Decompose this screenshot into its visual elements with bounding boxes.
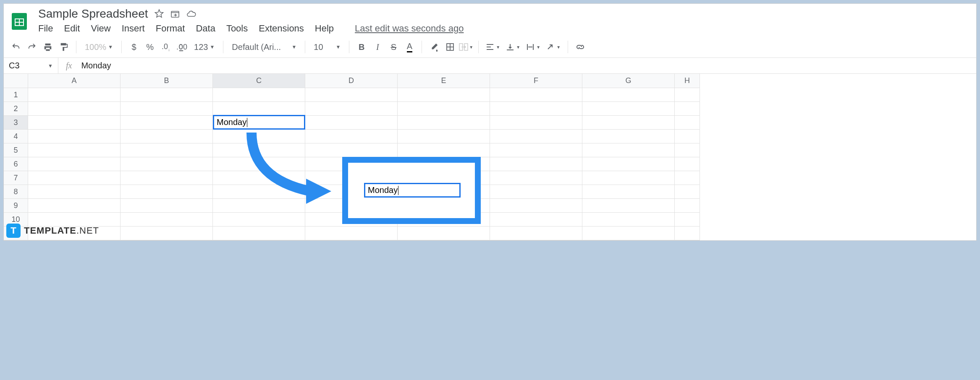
cell-d1[interactable] <box>305 88 398 102</box>
cell-c5[interactable] <box>213 143 305 157</box>
formula-input[interactable]: Monday <box>79 61 111 70</box>
col-header-e[interactable]: E <box>398 74 490 88</box>
zoom-dropdown[interactable]: 100%▼ <box>81 42 116 52</box>
cell-c7[interactable] <box>213 171 305 185</box>
italic-button[interactable]: I <box>370 40 385 54</box>
cell-e1[interactable] <box>398 88 490 102</box>
cell-h1[interactable] <box>675 88 700 102</box>
col-header-b[interactable]: B <box>121 74 213 88</box>
cell-f2[interactable] <box>490 102 582 116</box>
doc-title[interactable]: Sample Spreadsheet <box>38 7 148 21</box>
percent-button[interactable]: % <box>143 40 157 54</box>
menu-view[interactable]: View <box>91 23 110 34</box>
cell-f5[interactable] <box>490 143 582 157</box>
bold-button[interactable]: B <box>354 40 369 54</box>
cell-b3[interactable] <box>121 116 213 130</box>
cell-g2[interactable] <box>582 102 675 116</box>
cell-d3[interactable] <box>305 116 398 130</box>
text-rotation-button[interactable]: ▼ <box>544 40 563 54</box>
cell-h2[interactable] <box>675 102 700 116</box>
row-header-6[interactable]: 6 <box>4 157 28 171</box>
cell-f11[interactable] <box>490 226 582 240</box>
text-color-button[interactable]: A <box>402 40 417 54</box>
cell-a4[interactable] <box>28 130 121 143</box>
cell-d5[interactable] <box>305 143 398 157</box>
cell-f9[interactable] <box>490 199 582 213</box>
cell-g5[interactable] <box>582 143 675 157</box>
cell-c1[interactable] <box>213 88 305 102</box>
menu-edit[interactable]: Edit <box>64 23 80 34</box>
cell-g9[interactable] <box>582 199 675 213</box>
cell-h11[interactable] <box>675 226 700 240</box>
undo-button[interactable] <box>9 40 23 54</box>
cell-h7[interactable] <box>675 171 700 185</box>
cell-d4[interactable] <box>305 130 398 143</box>
cell-g8[interactable] <box>582 185 675 199</box>
cell-b5[interactable] <box>121 143 213 157</box>
cell-b6[interactable] <box>121 157 213 171</box>
cell-c9[interactable] <box>213 199 305 213</box>
col-header-c[interactable]: C <box>213 74 305 88</box>
strikethrough-button[interactable]: S <box>386 40 401 54</box>
cell-d2[interactable] <box>305 102 398 116</box>
menu-tools[interactable]: Tools <box>226 23 248 34</box>
insert-link-button[interactable] <box>573 40 587 54</box>
menu-data[interactable]: Data <box>196 23 215 34</box>
menu-help[interactable]: Help <box>315 23 334 34</box>
cell-a3[interactable] <box>28 116 121 130</box>
text-wrap-button[interactable]: ▼ <box>524 40 542 54</box>
cell-e2[interactable] <box>398 102 490 116</box>
cell-c4[interactable] <box>213 130 305 143</box>
cell-g4[interactable] <box>582 130 675 143</box>
borders-button[interactable] <box>443 40 457 54</box>
more-formats-dropdown[interactable]: 123▼ <box>191 42 218 52</box>
cloud-icon[interactable] <box>186 9 197 19</box>
cell-a1[interactable] <box>28 88 121 102</box>
cell-f3[interactable] <box>490 116 582 130</box>
cell-a7[interactable] <box>28 171 121 185</box>
merge-cells-button[interactable]: ▼ <box>459 40 473 54</box>
cell-g11[interactable] <box>582 226 675 240</box>
horizontal-align-button[interactable]: ▼ <box>484 40 502 54</box>
print-button[interactable] <box>41 40 55 54</box>
cell-d11[interactable] <box>305 226 398 240</box>
cell-g3[interactable] <box>582 116 675 130</box>
cell-g7[interactable] <box>582 171 675 185</box>
cell-b10[interactable] <box>121 213 213 226</box>
star-icon[interactable] <box>154 9 164 19</box>
cell-h3[interactable] <box>675 116 700 130</box>
cell-a5[interactable] <box>28 143 121 157</box>
row-header-4[interactable]: 4 <box>4 130 28 143</box>
col-header-f[interactable]: F <box>490 74 582 88</box>
cell-c8[interactable] <box>213 185 305 199</box>
menu-extensions[interactable]: Extensions <box>259 23 304 34</box>
cell-b7[interactable] <box>121 171 213 185</box>
row-header-5[interactable]: 5 <box>4 143 28 157</box>
active-cell-c3[interactable]: Monday <box>213 115 305 130</box>
cell-h9[interactable] <box>675 199 700 213</box>
cell-f8[interactable] <box>490 185 582 199</box>
cell-h10[interactable] <box>675 213 700 226</box>
cell-b1[interactable] <box>121 88 213 102</box>
paint-format-button[interactable] <box>57 40 71 54</box>
cell-b4[interactable] <box>121 130 213 143</box>
cell-f7[interactable] <box>490 171 582 185</box>
cell-e4[interactable] <box>398 130 490 143</box>
cell-a8[interactable] <box>28 185 121 199</box>
cell-c6[interactable] <box>213 157 305 171</box>
row-header-9[interactable]: 9 <box>4 199 28 213</box>
cell-g1[interactable] <box>582 88 675 102</box>
font-size-dropdown[interactable]: 10▼ <box>310 42 344 52</box>
cell-a6[interactable] <box>28 157 121 171</box>
cell-e3[interactable] <box>398 116 490 130</box>
menu-insert[interactable]: Insert <box>122 23 145 34</box>
cell-a9[interactable] <box>28 199 121 213</box>
cell-f1[interactable] <box>490 88 582 102</box>
cell-f6[interactable] <box>490 157 582 171</box>
col-header-d[interactable]: D <box>305 74 398 88</box>
vertical-align-button[interactable]: ▼ <box>504 40 522 54</box>
cell-h8[interactable] <box>675 185 700 199</box>
col-header-g[interactable]: G <box>582 74 675 88</box>
col-header-a[interactable]: A <box>28 74 121 88</box>
cell-g6[interactable] <box>582 157 675 171</box>
